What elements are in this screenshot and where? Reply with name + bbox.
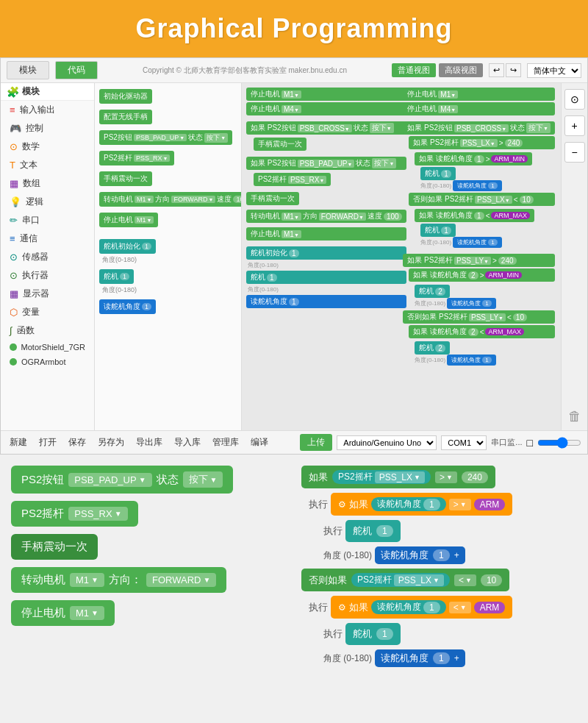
zoom-stop-m1-dropdown[interactable]: M1 — [70, 606, 104, 620]
zoom-target-button[interactable]: ⊙ — [564, 89, 585, 110]
mb-pss-rx-block[interactable]: PS2摇杆 PSS_RX — [254, 173, 331, 186]
zr-pss-lx-block[interactable]: PS2摇杆 PSS_LX — [332, 470, 431, 484]
mb-stop-m1-2[interactable]: 停止电机 M1 — [246, 227, 406, 241]
upload-button[interactable]: 上传 — [300, 434, 332, 451]
zr-if-pss-lx[interactable]: 如果 PS2摇杆 PSS_LX > 240 — [301, 466, 495, 488]
block-ps2-button[interactable]: PS2按钮 PSB_PAD_UP 状态 按下 — [99, 130, 232, 145]
zr-pss2-block[interactable]: PS2摇杆 PSS_LX — [351, 573, 450, 587]
zr-pss-lx-dropdown[interactable]: PSS_LX — [375, 471, 425, 483]
rb-if-pss-cross[interactable]: 如果 PS2按钮 PSB_CROSS 状态 按下 — [403, 121, 555, 135]
import-lib-button[interactable]: 导入库 — [171, 435, 204, 450]
zoom-m1-dropdown[interactable]: M1 — [70, 573, 104, 587]
mb-stop-m1[interactable]: 停止电机 M1 — [246, 88, 406, 101]
rb-stop-m4[interactable]: 停止电机 M4 — [403, 102, 555, 115]
block-init-driver[interactable]: 初始化驱动器 — [99, 89, 152, 104]
zr-servo-block[interactable]: 舵机 1 — [345, 520, 401, 542]
rb-read-servo-lt[interactable]: 如果 读舵机角度 1 < ARM_MAX — [415, 209, 534, 222]
zoom-motor[interactable]: 转动电机 M1 方向： FORWARD — [11, 567, 226, 593]
rb-servo-exec-1[interactable]: 舵机 1 — [420, 167, 456, 180]
rb-servo-2-lt[interactable]: 舵机 2 — [415, 341, 450, 355]
mb-vibrate2[interactable]: 手柄震动一次 — [246, 192, 299, 205]
language-select[interactable]: 简体中文 — [527, 63, 581, 78]
zoom-forward-dropdown[interactable]: FORWARD — [146, 573, 216, 587]
block-ps2-joystick[interactable]: PS2摇杆 PSS_RX — [99, 151, 174, 165]
block-config-controller[interactable]: 配置无线手柄 — [99, 110, 152, 124]
rb-servo-2[interactable]: 舵机 2 — [415, 285, 450, 298]
zr-servo2-block[interactable]: 舵机 1 — [345, 623, 401, 645]
zr-read-servo-block[interactable]: 读舵机角度 1 — [371, 497, 446, 511]
rb-else-if-pss-lt[interactable]: 否则如果 PS2摇杆 PSS_LX < 10 — [409, 193, 555, 206]
sidebar-item-math[interactable]: ⊙ 数学 — [1, 138, 94, 156]
mb-stop-m4[interactable]: 停止电机 M4 — [246, 102, 406, 115]
redo-button[interactable]: ↪ — [506, 63, 521, 77]
new-button[interactable]: 新建 — [7, 435, 30, 450]
zr-read-servo3-block[interactable]: 读舵机角度 1 — [371, 600, 446, 614]
zr-lt-op[interactable]: < — [454, 574, 476, 586]
trash-icon[interactable]: 🗑 — [568, 409, 581, 424]
sidebar-item-array[interactable]: ▦ 数组 — [1, 174, 94, 193]
rb-if-read-servo-2lt[interactable]: 如果 读舵机角度 2 < ARM_MAX — [409, 325, 555, 338]
zr-gear-if2[interactable]: ⚙ 如果 读舵机角度 1 < ARM — [331, 596, 512, 619]
sidebar-item-variable[interactable]: ⬡ 变量 — [1, 303, 94, 321]
normal-view-button[interactable]: 普通视图 — [392, 63, 436, 77]
tab-code[interactable]: 代码 — [55, 61, 98, 79]
sidebar-item-control[interactable]: 🎮 控制 — [1, 119, 94, 138]
sidebar-item-logic[interactable]: 💡 逻辑 — [1, 193, 94, 211]
sidebar-item-display[interactable]: ▦ 显示器 — [1, 285, 94, 303]
sidebar-item-ograrmbot[interactable]: OGRArmbot — [1, 355, 94, 369]
zoom-in-button[interactable]: + — [564, 115, 585, 136]
zoom-ps2-joystick[interactable]: PS2摇杆 PSS_RX — [11, 501, 138, 527]
undo-button[interactable]: ↩ — [489, 63, 504, 77]
zoom-stop-motor[interactable]: 停止电机 M1 — [11, 600, 115, 626]
zoom-press-dropdown[interactable]: 按下 — [183, 471, 223, 488]
sidebar-item-motorshield[interactable]: MotorShield_7GR — [1, 340, 94, 355]
zr-gt-op[interactable]: > — [435, 471, 457, 483]
rb-if-read-servo-2gt[interactable]: 如果 读舵机角度 2 > ARM_MIN — [409, 268, 555, 282]
rb-servo-exec-2[interactable]: 舵机 1 — [420, 224, 456, 237]
mb-motor-forward[interactable]: 转动电机 M1 方向 FORWARD 速度 100 — [246, 210, 406, 223]
rb-read-servo-gt[interactable]: 如果 读舵机角度 1 > ARM_MIN — [415, 152, 532, 165]
compile-button[interactable]: 编译 — [248, 435, 271, 450]
block-motor-stop[interactable]: 停止电机 M1 — [99, 213, 158, 227]
block-read-servo[interactable]: 读舵机角度 1 — [99, 299, 156, 314]
zr-gt-op2[interactable]: > — [449, 499, 471, 510]
block-motor-move[interactable]: 转动电机 M1 方向 FORWARD 速度 100 — [99, 192, 242, 207]
zoom-pss-rx-dropdown[interactable]: PSS_RX — [68, 507, 127, 521]
export-lib-button[interactable]: 导出库 — [133, 435, 165, 450]
mb-if-pss[interactable]: 如果 PS2按钮 PSB_PAD_UP 状态 按下 — [246, 157, 406, 170]
zr-else-if-pss-lx[interactable]: 否则如果 PS2摇杆 PSS_LX < 10 — [301, 569, 509, 591]
zr-pss2-dropdown[interactable]: PSS_LX — [394, 574, 444, 586]
sidebar-item-io[interactable]: ≡ 输入输出 — [1, 101, 94, 119]
save-as-button[interactable]: 另存为 — [95, 435, 127, 450]
sidebar-item-function[interactable]: ∫ 函数 — [1, 321, 94, 340]
zoom-vibrate[interactable]: 手柄震动一次 — [11, 534, 98, 560]
blocks-canvas-area[interactable]: 停止电机 M1 停止电机 M4 如果 PS2按钮 PSB_CROSS 状态 按下… — [242, 83, 587, 430]
sidebar-item-sensor[interactable]: ⊙ 传感器 — [1, 248, 94, 266]
tab-blocks[interactable]: 模块 — [7, 61, 49, 79]
open-button[interactable]: 打开 — [36, 435, 60, 450]
sidebar-item-comm[interactable]: ≡ 通信 — [1, 229, 94, 248]
rb-if-pss-lx-gt[interactable]: 如果 PS2摇杆 PSS_LX > 240 — [409, 136, 555, 149]
zoom-psb-pad-up-dropdown[interactable]: PSB_PAD_UP — [68, 473, 151, 487]
serial-monitor-icon[interactable]: □ — [527, 437, 533, 449]
zr-gear-if[interactable]: ⚙ 如果 读舵机角度 1 > ARM — [331, 493, 512, 516]
sidebar-item-actuator[interactable]: ⊙ 执行器 — [1, 266, 94, 285]
zoom-ps2-btn[interactable]: PS2按钮 PSB_PAD_UP 状态 按下 — [11, 466, 233, 494]
zr-read-servo2[interactable]: 读舵机角度 1 + — [375, 546, 465, 564]
zoom-out-button[interactable]: − — [564, 142, 585, 163]
rb-stop-m1[interactable]: 停止电机 M1 — [403, 88, 555, 101]
board-select[interactable]: Arduino/Genuino Uno — [337, 435, 437, 450]
save-button[interactable]: 保存 — [65, 435, 89, 450]
block-vibrate[interactable]: 手柄震动一次 — [99, 171, 152, 186]
rb-else-if-pss-ly-lt[interactable]: 否则如果 PS2摇杆 PSS_LY < 10 — [403, 310, 555, 324]
block-servo-angle[interactable]: 舵机 1 — [99, 269, 134, 284]
mb-servo-init[interactable]: 舵机初始化 1 — [246, 246, 406, 260]
mb-servo-1[interactable]: 舵机 1 — [246, 271, 406, 284]
zr-read-servo4[interactable]: 读舵机角度 1 + — [375, 649, 465, 667]
sidebar-item-serial[interactable]: ✏ 串口 — [1, 211, 94, 229]
block-servo-init[interactable]: 舵机初始化 1 — [99, 239, 156, 254]
manage-lib-button[interactable]: 管理库 — [209, 435, 242, 450]
sidebar-item-text[interactable]: T 文本 — [1, 156, 94, 174]
rb-if-pss-ly-gt[interactable]: 如果 PS2摇杆 PSS_LY > 240 — [403, 254, 555, 267]
zr-lt-op2[interactable]: < — [449, 602, 471, 613]
